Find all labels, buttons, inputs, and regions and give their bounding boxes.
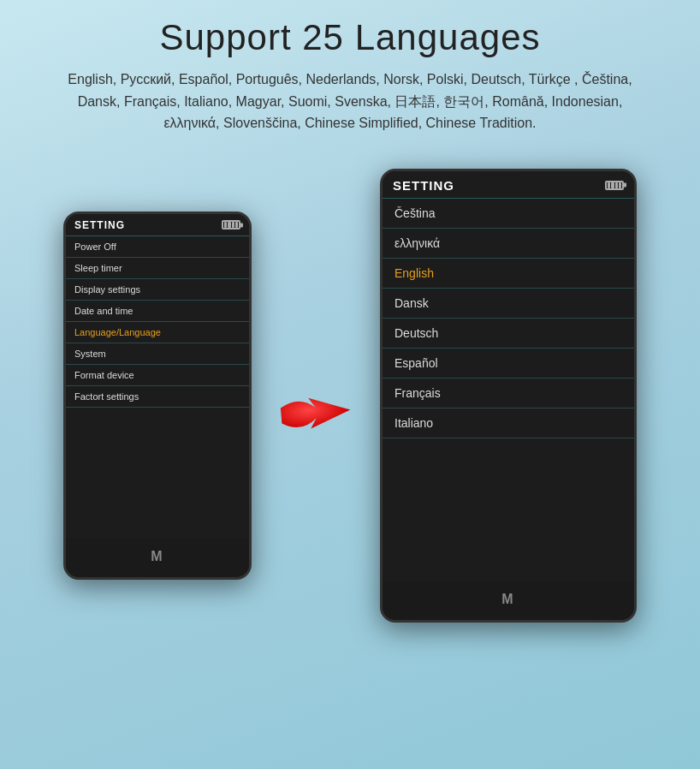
list-item[interactable]: Sleep timer <box>66 258 249 279</box>
device-small: SETTING Power Off Sleep timer Display se… <box>63 212 252 580</box>
device-large-bottom: M <box>383 581 634 620</box>
list-item[interactable]: Power Off <box>66 236 249 258</box>
battery-seg-4 <box>235 222 238 228</box>
device-large-header: SETTING <box>383 171 634 199</box>
list-item-cestina[interactable]: Čeština <box>383 199 634 229</box>
list-item-dansk[interactable]: Dansk <box>383 289 634 319</box>
device-large-screen: SETTING Čeština ελληνικά English D <box>383 171 634 581</box>
list-item-english[interactable]: English <box>383 259 634 289</box>
battery-body-large <box>605 181 624 190</box>
list-item-active[interactable]: Language/Language <box>66 322 249 343</box>
device-small-bottom: M <box>66 539 249 577</box>
device-small-header: SETTING <box>66 214 249 236</box>
device-large-list: Čeština ελληνικά English Dansk Deutsch E… <box>383 199 634 581</box>
battery-seg-1 <box>608 182 610 188</box>
page-title: Support 25 Languages <box>159 17 540 58</box>
list-item-italiano[interactable]: Italiano <box>383 408 634 438</box>
list-item-francais[interactable]: Français <box>383 379 634 408</box>
main-container: Support 25 Languages English, Русский, E… <box>0 0 700 769</box>
list-item[interactable]: Format device <box>66 365 249 386</box>
list-item-espanol[interactable]: Español <box>383 349 634 379</box>
battery-seg-1 <box>224 222 227 228</box>
list-item[interactable]: System <box>66 343 249 365</box>
devices-section: SETTING Power Off Sleep timer Display se… <box>63 169 637 623</box>
device-small-title: SETTING <box>74 219 125 231</box>
arrow-container <box>277 383 354 443</box>
battery-seg-4 <box>619 182 621 188</box>
device-small-list: Power Off Sleep timer Display settings D… <box>66 236 249 539</box>
battery-seg-2 <box>611 182 614 188</box>
list-item[interactable]: Display settings <box>66 279 249 301</box>
right-arrow-icon <box>277 383 354 443</box>
list-item[interactable]: Date and time <box>66 301 249 322</box>
battery-icon <box>222 220 240 230</box>
device-large-title: SETTING <box>393 178 454 193</box>
list-item-ellhnika[interactable]: ελληνικά <box>383 229 634 259</box>
device-small-screen: SETTING Power Off Sleep timer Display se… <box>66 214 249 539</box>
battery-seg-3 <box>615 182 618 188</box>
list-item-deutsch[interactable]: Deutsch <box>383 319 634 349</box>
device-large-bottom-label: M <box>501 592 514 607</box>
device-small-bottom-label: M <box>151 549 163 564</box>
battery-seg-3 <box>232 222 234 228</box>
device-large: SETTING Čeština ελληνικά English D <box>380 169 637 623</box>
list-item[interactable]: Factort settings <box>66 386 249 408</box>
battery-body <box>222 220 240 230</box>
battery-icon-large <box>605 181 624 190</box>
languages-subtitle: English, Русский, Español, Português, Ne… <box>59 69 641 134</box>
battery-seg-2 <box>228 222 230 228</box>
